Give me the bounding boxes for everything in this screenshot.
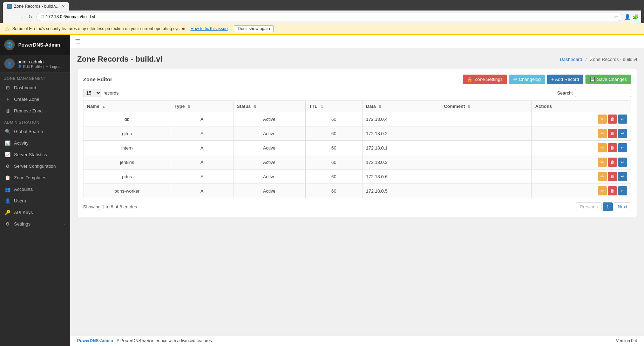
page-header: Zone Records - build.vl Dashboard / Zone… (77, 55, 637, 64)
records-table: Name ▲ Type ⇅ Status ⇅ (83, 101, 631, 198)
delete-record-button[interactable]: 🗑 (608, 186, 617, 195)
footer-brand-link[interactable]: PowerDNS-Admin (77, 338, 113, 343)
sidebar-item-label: Server Statistics (14, 152, 47, 157)
cell-type: A (171, 112, 233, 126)
cell-data: 172.18.0.6 (362, 169, 440, 184)
create-zone-icon: + (5, 97, 11, 102)
sidebar-item-global-search[interactable]: 🔍 Global Search (0, 126, 70, 137)
delete-record-button[interactable]: 🗑 (608, 143, 617, 152)
fix-issue-link[interactable]: How to fix this issue (190, 26, 228, 31)
sidebar-item-label: Zone Templates (14, 175, 46, 180)
account-icon[interactable]: 👤 (624, 14, 630, 20)
back-button[interactable]: ← (6, 13, 14, 20)
footer-left: PowerDNS-Admin - A PowerDNS web interfac… (77, 338, 213, 343)
forward-button[interactable]: → (16, 13, 25, 20)
page-title: Zone Records - build.vl (77, 55, 162, 64)
col-name[interactable]: Name ▲ (83, 101, 171, 112)
delete-record-button[interactable]: 🗑 (608, 172, 617, 181)
cell-type: A (171, 155, 233, 169)
history-record-button[interactable]: ↩ (618, 115, 627, 124)
previous-page-button[interactable]: Previous (576, 202, 602, 211)
sidebar-item-activity[interactable]: 📊 Activity (0, 137, 70, 149)
footer-version: Version 0.4 (616, 338, 637, 343)
sidebar-item-zone-templates[interactable]: 📋 Zone Templates (0, 172, 70, 184)
col-actions: Actions (531, 101, 631, 112)
edit-record-button[interactable]: ✏ (598, 186, 607, 195)
edit-profile-link[interactable]: Edit Profile (23, 64, 42, 69)
sidebar-item-label: Create Zone (14, 97, 39, 102)
cell-actions: ✏ 🗑 ↩ (531, 126, 631, 141)
sidebar-item-dashboard[interactable]: ⊞ Dashboard (0, 82, 70, 94)
next-page-button[interactable]: Next (614, 202, 631, 211)
sidebar-item-create-zone[interactable]: + Create Zone (0, 94, 70, 105)
cell-data: 172.18.0.5 (362, 184, 440, 198)
tab-favicon: 🌐 (7, 4, 12, 9)
logout-icon: ↩ (46, 64, 48, 68)
name-sort-icon: ▲ (102, 105, 106, 109)
delete-record-button[interactable]: 🗑 (608, 115, 617, 124)
new-tab-button[interactable]: + (70, 2, 81, 11)
sidebar-item-api-keys[interactable]: 🔑 API Keys (0, 207, 70, 218)
edit-record-button[interactable]: ✏ (598, 143, 607, 152)
footer: PowerDNS-Admin - A PowerDNS web interfac… (70, 335, 644, 346)
topbar-menu-button[interactable]: ☰ (75, 37, 81, 45)
edit-record-button[interactable]: ✏ (598, 158, 607, 167)
page-1-button[interactable]: 1 (603, 202, 613, 211)
edit-record-button[interactable]: ✏ (598, 115, 607, 124)
active-tab[interactable]: 🌐 Zone Records - build.v... ✕ (3, 2, 69, 11)
cell-ttl: 60 (305, 155, 362, 169)
logout-link[interactable]: Logout (50, 64, 62, 69)
cell-data: 172.18.0.3 (362, 155, 440, 169)
cell-name: intern (83, 141, 171, 155)
edit-record-button[interactable]: ✏ (598, 172, 607, 181)
sidebar-header[interactable]: 🌐 PowerDNS-Admin (0, 35, 70, 55)
history-record-button[interactable]: ↩ (618, 172, 627, 181)
sidebar-item-server-configuration[interactable]: ⚙ Server Configuration (0, 160, 70, 172)
server-statistics-icon: 📈 (5, 152, 11, 157)
cell-type: A (171, 169, 233, 184)
sidebar-item-settings[interactable]: ⚙ Settings ‹ (0, 218, 70, 230)
bookmark-icon[interactable]: ☆ (614, 14, 618, 20)
cell-name: db (83, 112, 171, 126)
delete-record-button[interactable]: 🗑 (608, 158, 617, 167)
col-type[interactable]: Type ⇅ (171, 101, 233, 112)
search-input[interactable] (575, 89, 631, 97)
warning-icon: ⚠ (5, 26, 9, 32)
changelog-button[interactable]: ↩ Changelog (509, 75, 545, 84)
save-changes-button[interactable]: 💾 Save Changes (585, 75, 631, 84)
sidebar-item-accounts[interactable]: 👥 Accounts (0, 184, 70, 195)
cell-actions: ✏ 🗑 ↩ (531, 112, 631, 126)
sidebar-item-label: Accounts (14, 187, 33, 192)
add-record-button[interactable]: + Add Record (547, 75, 583, 84)
col-data[interactable]: Data ⇅ (362, 101, 440, 112)
refresh-button[interactable]: ↻ (27, 13, 34, 20)
history-record-button[interactable]: ↩ (618, 158, 627, 167)
security-icon: 🛡 (40, 15, 44, 19)
comment-sort-icon: ⇅ (468, 105, 470, 109)
search-control: Search: (557, 89, 631, 97)
cell-comment (440, 141, 531, 155)
url-input[interactable] (46, 14, 612, 19)
dont-show-again-button[interactable]: Don't show again (234, 25, 274, 32)
extensions-icon[interactable]: 🧩 (632, 14, 638, 20)
cell-comment (440, 126, 531, 141)
sidebar-item-server-statistics[interactable]: 📈 Server Statistics (0, 149, 70, 160)
col-ttl[interactable]: TTL ⇅ (305, 101, 362, 112)
history-record-button[interactable]: ↩ (618, 186, 627, 195)
history-record-button[interactable]: ↩ (618, 143, 627, 152)
sidebar-item-users[interactable]: 👤 Users (0, 195, 70, 207)
delete-record-button[interactable]: 🗑 (608, 129, 617, 138)
cell-name: gitea (83, 126, 171, 141)
zone-settings-button[interactable]: 🔒 Zone Settings (463, 75, 507, 84)
card-header: Zone Editor 🔒 Zone Settings ↩ Changelog … (83, 75, 631, 84)
address-bar[interactable]: 🛡 ☆ (36, 13, 622, 21)
col-status[interactable]: Status ⇅ (233, 101, 305, 112)
edit-record-button[interactable]: ✏ (598, 129, 607, 138)
history-record-button[interactable]: ↩ (618, 129, 627, 138)
tab-close-button[interactable]: ✕ (62, 4, 65, 9)
breadcrumb-dashboard-link[interactable]: Dashboard (560, 57, 582, 62)
col-comment[interactable]: Comment ⇅ (440, 101, 531, 112)
card-title: Zone Editor (83, 76, 112, 82)
records-per-page-select[interactable]: 15 25 50 100 (83, 89, 101, 97)
sidebar-item-remove-zone[interactable]: 🗑 Remove Zone (0, 105, 70, 117)
